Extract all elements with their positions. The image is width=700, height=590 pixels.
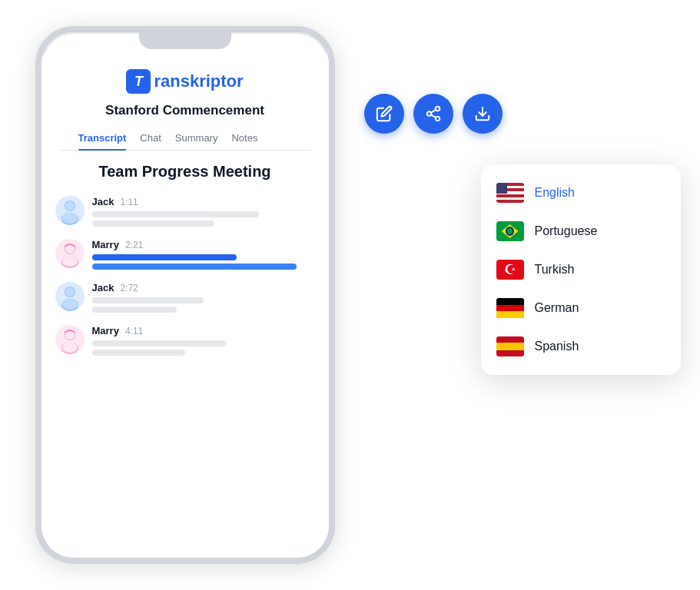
transcript-content: Team Progress Meeting Jack xyxy=(41,151,329,380)
content-title: Team Progress Meeting xyxy=(55,163,315,181)
language-panel: English Portuguese ☪ Turkish xyxy=(481,164,681,375)
speaker-time: 1:11 xyxy=(120,197,138,207)
table-row: Jack 2:72 xyxy=(55,282,315,313)
svg-line-20 xyxy=(430,110,435,113)
speaker-name: Marry xyxy=(92,325,119,336)
avatar xyxy=(55,196,85,225)
speaker-time: 2:21 xyxy=(125,240,143,250)
tab-chat[interactable]: Chat xyxy=(140,126,161,150)
svg-point-10 xyxy=(65,287,75,297)
text-line xyxy=(92,307,177,313)
text-line-blue xyxy=(92,254,237,260)
lang-name-english: English xyxy=(535,186,575,200)
flag-tr: ☪ xyxy=(496,260,524,280)
speaker-name: Marry xyxy=(92,239,119,250)
avatar xyxy=(55,239,85,268)
table-row: Jack 1:11 xyxy=(55,196,315,227)
share-button[interactable] xyxy=(413,94,453,134)
scene: T ranskriptor Stanford Commencement Tran… xyxy=(20,11,681,579)
phone-frame: T ranskriptor Stanford Commencement Tran… xyxy=(35,26,335,564)
tab-transcript[interactable]: Transcript xyxy=(78,126,127,150)
table-row: Marry 4:11 xyxy=(55,325,315,356)
table-row: Marry 2:21 xyxy=(55,239,315,270)
text-line xyxy=(92,350,186,356)
svg-point-7 xyxy=(62,256,78,267)
text-lines xyxy=(92,297,315,313)
tab-summary[interactable]: Summary xyxy=(175,126,218,150)
row-header: Marry 4:11 xyxy=(92,325,315,336)
logo-text: ranskriptor xyxy=(154,71,243,91)
text-line xyxy=(92,220,215,227)
tabs-bar: Transcript Chat Summary Notes xyxy=(60,126,310,151)
text-lines xyxy=(92,254,315,270)
speaker-time: 2:72 xyxy=(120,283,138,293)
speaker-name: Jack xyxy=(92,282,114,293)
flag-us xyxy=(496,183,524,203)
text-line xyxy=(92,340,226,346)
text-line xyxy=(92,211,260,217)
flag-br xyxy=(496,221,524,241)
lang-item-german[interactable]: German xyxy=(481,289,681,327)
phone-inner: T ranskriptor Stanford Commencement Tran… xyxy=(41,54,329,558)
text-lines xyxy=(92,340,315,356)
download-button[interactable] xyxy=(463,94,503,134)
meeting-title: Stanford Commencement xyxy=(60,103,310,118)
action-buttons xyxy=(364,94,503,134)
lang-item-portuguese[interactable]: Portuguese xyxy=(481,212,681,250)
text-line xyxy=(92,297,204,303)
lang-item-turkish[interactable]: ☪ Turkish xyxy=(481,250,681,289)
svg-point-15 xyxy=(62,342,78,353)
speaker-name: Jack xyxy=(92,196,114,207)
speaker-time: 4:11 xyxy=(125,326,143,336)
lang-name-spanish: Spanish xyxy=(535,340,579,353)
row-info: Jack 1:11 xyxy=(92,196,315,227)
row-header: Jack 2:72 xyxy=(92,282,315,293)
logo-icon: T xyxy=(126,69,151,94)
avatar xyxy=(55,282,85,311)
row-header: Jack 1:11 xyxy=(92,196,315,207)
svg-line-19 xyxy=(430,114,435,118)
lang-name-turkish: Turkish xyxy=(535,263,575,277)
lang-name-portuguese: Portuguese xyxy=(535,224,598,238)
svg-point-2 xyxy=(65,201,75,210)
row-info: Marry 4:11 xyxy=(92,325,315,356)
tab-notes[interactable]: Notes xyxy=(231,126,257,150)
lang-item-english[interactable]: English xyxy=(481,174,681,212)
row-info: Jack 2:72 xyxy=(92,282,315,313)
phone-notch xyxy=(139,32,231,49)
lang-item-spanish[interactable]: Spanish xyxy=(481,327,681,366)
flag-de xyxy=(496,298,524,318)
text-line-blue xyxy=(92,264,297,270)
flag-es xyxy=(496,336,524,356)
edit-button[interactable] xyxy=(364,94,404,134)
text-lines xyxy=(92,211,315,227)
lang-name-german: German xyxy=(535,301,579,315)
logo: T ranskriptor xyxy=(60,69,310,94)
row-info: Marry 2:21 xyxy=(92,239,315,270)
row-header: Marry 2:21 xyxy=(92,239,315,250)
avatar xyxy=(55,325,85,354)
svg-point-11 xyxy=(62,299,78,310)
svg-point-3 xyxy=(62,213,78,224)
app-header: T ranskriptor Stanford Commencement Tran… xyxy=(41,54,329,151)
